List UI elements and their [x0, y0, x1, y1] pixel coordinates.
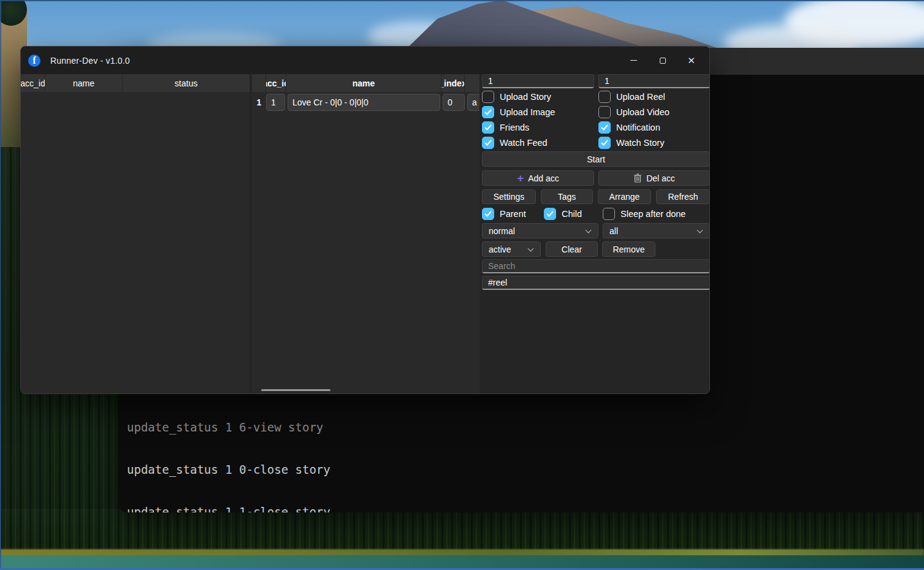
filter-select-value: all [609, 226, 618, 236]
close-icon: ✕ [687, 56, 695, 65]
tags-button[interactable]: Tags [541, 189, 593, 204]
threads-input-1[interactable] [482, 74, 594, 88]
column-header-partial[interactable] [465, 74, 479, 92]
trash-icon [633, 173, 642, 183]
minimize-button[interactable] [619, 47, 648, 74]
checkbox-box [482, 121, 494, 134]
add-acc-button[interactable]: + Add acc [482, 170, 594, 186]
cell-index[interactable]: 0 [443, 94, 465, 111]
checkbox-box [482, 106, 494, 118]
checkbox-child[interactable]: Child [544, 208, 582, 220]
plus-icon: + [517, 172, 524, 184]
check-icon [601, 124, 608, 131]
minimize-icon [630, 60, 637, 61]
checkbox-label: Child [562, 209, 582, 219]
console-line: update_status 1 6-view story [127, 420, 365, 435]
maximize-button[interactable] [648, 47, 677, 74]
checkbox-box [598, 137, 611, 149]
control-panel: Upload Story Upload Reel Upload Image Up… [482, 74, 710, 393]
console-log: update_status 1 6-view story update_stat… [127, 392, 365, 512]
filter-select[interactable]: all [603, 223, 710, 238]
app-titlebar[interactable]: f Runner-Dev - v1.0.0 ✕ [21, 47, 709, 74]
checkbox-upload-video[interactable]: Upload Video [598, 106, 670, 118]
checkbox-box [598, 91, 611, 103]
chevron-down-icon [697, 227, 703, 233]
table-row[interactable]: 1 1 Love Cr - 0|0 - 0|0|0 0 a [252, 92, 479, 113]
checkbox-label: Upload Story [500, 92, 551, 102]
console-line: update_status 1 0-close story [127, 463, 365, 477]
checkbox-box [482, 208, 494, 220]
console-line: update_status 1 1-close story [127, 505, 365, 512]
facebook-app-icon: f [28, 55, 40, 67]
column-header-rownum [252, 74, 266, 92]
checkbox-box [603, 208, 615, 220]
window-title: Runner-Dev - v1.0.0 [50, 56, 130, 66]
accounts-table-header: acc_id name status [21, 74, 250, 92]
column-header-name[interactable]: name [45, 74, 123, 92]
column-header-index[interactable]: _index [441, 74, 465, 92]
remove-button[interactable]: Remove [602, 241, 655, 257]
threads-input-2[interactable] [598, 74, 710, 88]
app-window: f Runner-Dev - v1.0.0 ✕ acc_id name stat… [20, 46, 710, 394]
del-acc-button[interactable]: Del acc [598, 170, 710, 186]
settings-button[interactable]: Settings [482, 189, 536, 204]
row-number: 1 [252, 97, 266, 107]
mode-select-value: normal [489, 226, 515, 236]
check-icon [601, 139, 608, 146]
cell-acc-id[interactable]: 1 [266, 94, 285, 111]
close-button[interactable]: ✕ [677, 47, 706, 74]
cell-name[interactable]: Love Cr - 0|0 - 0|0|0 [288, 94, 440, 111]
checkbox-label: Upload Image [500, 107, 555, 117]
checkbox-parent[interactable]: Parent [482, 208, 526, 220]
checkbox-box [598, 121, 611, 134]
clear-button[interactable]: Clear [546, 241, 598, 257]
chevron-down-icon [528, 245, 534, 251]
checkbox-box [482, 91, 494, 103]
arrange-button[interactable]: Arrange [598, 189, 651, 204]
accounts-table: acc_id name status [21, 74, 250, 393]
state-select-value: active [489, 245, 511, 254]
checkbox-box [598, 106, 611, 118]
checkbox-label: Upload Reel [616, 92, 665, 102]
column-header-acc-id[interactable]: acc_id [266, 74, 286, 92]
del-acc-label: Del acc [646, 173, 675, 183]
check-icon [484, 124, 492, 131]
desktop: update_status 1 6-view story update_stat… [0, 0, 924, 570]
checkbox-notification[interactable]: Notification [598, 121, 660, 134]
checkbox-watch-story[interactable]: Watch Story [598, 137, 664, 149]
checkbox-watch-feed[interactable]: Watch Feed [482, 137, 548, 149]
tag-input[interactable] [482, 276, 710, 290]
checkbox-label: Sleep after done [620, 209, 685, 219]
window-controls: ✕ [619, 47, 706, 74]
checkbox-upload-story[interactable]: Upload Story [482, 91, 551, 103]
search-input[interactable] [482, 259, 710, 273]
horizontal-scrollbar[interactable] [261, 389, 330, 391]
checkbox-box [482, 137, 494, 149]
column-header-acc-id[interactable]: acc_id [21, 74, 45, 92]
checkbox-friends[interactable]: Friends [482, 121, 529, 134]
add-acc-label: Add acc [528, 173, 559, 183]
checkbox-box [544, 208, 556, 220]
column-header-name[interactable]: name [286, 74, 441, 92]
checkbox-label: Notification [616, 123, 660, 132]
checkbox-upload-image[interactable]: Upload Image [482, 106, 555, 118]
check-icon [546, 210, 554, 218]
column-header-status[interactable]: status [123, 74, 250, 92]
checkbox-sleep-after-done[interactable]: Sleep after done [603, 208, 685, 220]
check-icon [484, 139, 492, 146]
screen-edge-left [0, 0, 1, 570]
mode-select[interactable]: normal [482, 223, 598, 238]
state-select[interactable]: active [482, 241, 541, 257]
chevron-down-icon [586, 227, 592, 233]
start-button[interactable]: Start [482, 151, 710, 167]
checkbox-label: Parent [500, 209, 526, 219]
maximize-icon [660, 58, 666, 64]
checkbox-upload-reel[interactable]: Upload Reel [598, 91, 665, 103]
screen-edge-top [0, 0, 924, 1]
tasks-table-header: acc_id name _index [252, 74, 479, 92]
tasks-table: acc_id name _index 1 1 Love Cr - 0|0 - 0… [252, 74, 479, 393]
cell-partial[interactable]: a [467, 94, 479, 111]
check-icon [484, 210, 492, 218]
refresh-button[interactable]: Refresh [656, 189, 710, 204]
checkbox-label: Watch Feed [500, 138, 548, 148]
